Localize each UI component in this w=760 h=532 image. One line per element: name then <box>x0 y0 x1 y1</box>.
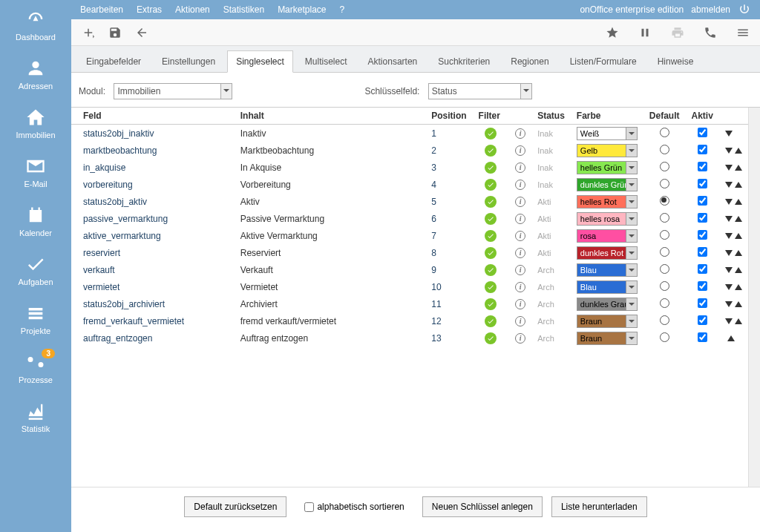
cell-feld[interactable]: aktive_vermarktung <box>71 227 235 244</box>
cell-feld[interactable]: status2obj_archiviert <box>71 295 235 312</box>
cell-feld[interactable]: in_akquise <box>71 159 235 176</box>
pause-icon[interactable] <box>638 26 652 39</box>
topmenu-item[interactable]: Bearbeiten <box>80 4 123 15</box>
tab-aktionsarten[interactable]: Aktionsarten <box>359 50 427 72</box>
move-up-icon[interactable] <box>735 199 742 205</box>
new-key-button[interactable]: Neuen Schlüssel anlegen <box>422 496 543 517</box>
info-icon[interactable]: i <box>515 265 525 275</box>
filter-check-icon[interactable] <box>485 298 497 310</box>
default-radio[interactable] <box>660 145 669 154</box>
move-up-icon[interactable] <box>735 267 742 273</box>
color-select[interactable]: helles rosa <box>577 212 638 226</box>
default-radio[interactable] <box>660 332 669 342</box>
color-select[interactable]: Braun <box>577 332 638 345</box>
phone-icon[interactable] <box>704 26 717 39</box>
info-icon[interactable]: i <box>515 128 525 139</box>
default-radio[interactable] <box>660 230 669 240</box>
color-select[interactable]: rosa <box>577 229 638 243</box>
default-radio[interactable] <box>660 264 669 274</box>
filter-check-icon[interactable] <box>485 264 497 276</box>
sidebar-item-immobilien[interactable]: Immobilien <box>0 98 71 147</box>
move-down-icon[interactable] <box>725 199 733 205</box>
cell-feld[interactable]: status2obj_inaktiv <box>71 125 235 142</box>
info-icon[interactable]: i <box>515 282 525 292</box>
add-icon[interactable] <box>82 26 95 39</box>
active-checkbox[interactable] <box>698 128 707 137</box>
move-down-icon[interactable] <box>725 301 733 307</box>
default-radio[interactable] <box>660 247 669 257</box>
tab-einstellungen[interactable]: Einstellungen <box>153 50 224 72</box>
sidebar-item-projekte[interactable]: Projekte <box>0 294 71 343</box>
move-down-icon[interactable] <box>725 267 733 273</box>
sidebar-item-adressen[interactable]: Adressen <box>0 49 71 98</box>
alpha-sort-checkbox[interactable]: alphabetisch sortieren <box>304 502 404 512</box>
move-up-icon[interactable] <box>735 301 742 307</box>
topmenu-item[interactable]: Aktionen <box>175 4 210 15</box>
tab-suchkriterien[interactable]: Suchkriterien <box>429 50 499 72</box>
module-select[interactable]: Immobilien <box>114 83 232 99</box>
move-up-icon[interactable] <box>735 148 742 154</box>
active-checkbox[interactable] <box>698 315 707 325</box>
default-radio[interactable] <box>660 315 669 325</box>
default-radio[interactable] <box>660 128 669 137</box>
tab-hinweise[interactable]: Hinweise <box>649 50 703 72</box>
color-select[interactable]: Gelb <box>577 144 638 157</box>
save-icon[interactable] <box>108 26 122 39</box>
default-radio[interactable] <box>660 162 669 171</box>
logout-link[interactable]: abmelden <box>691 4 730 15</box>
active-checkbox[interactable] <box>698 230 707 240</box>
info-icon[interactable]: i <box>515 316 525 326</box>
move-up-icon[interactable] <box>735 182 742 188</box>
move-up-icon[interactable] <box>735 233 742 239</box>
active-checkbox[interactable] <box>698 213 707 223</box>
info-icon[interactable]: i <box>515 299 525 309</box>
color-select[interactable]: dunkles Rot <box>577 246 638 260</box>
menu-icon[interactable] <box>736 26 750 39</box>
color-select[interactable]: Blau <box>577 280 638 294</box>
cell-feld[interactable]: status2obj_aktiv <box>71 193 235 210</box>
filter-check-icon[interactable] <box>485 145 497 157</box>
default-radio[interactable] <box>660 179 669 188</box>
move-down-icon[interactable] <box>725 165 733 171</box>
topmenu-item[interactable]: ? <box>340 4 345 15</box>
filter-check-icon[interactable] <box>485 315 497 327</box>
default-radio[interactable] <box>660 213 669 223</box>
filter-check-icon[interactable] <box>485 196 497 208</box>
move-down-icon[interactable] <box>725 148 733 154</box>
active-checkbox[interactable] <box>698 281 707 291</box>
move-up-icon[interactable] <box>735 250 742 256</box>
move-down-icon[interactable] <box>725 216 733 222</box>
reset-default-button[interactable]: Default zurücksetzen <box>184 496 286 517</box>
info-icon[interactable]: i <box>515 231 525 241</box>
info-icon[interactable]: i <box>515 162 525 173</box>
sidebar-item-prozesse[interactable]: Prozesse3 <box>0 343 71 392</box>
move-down-icon[interactable] <box>725 131 733 137</box>
cell-feld[interactable]: verkauft <box>71 261 235 278</box>
tab-multiselect[interactable]: Multiselect <box>296 50 356 72</box>
move-up-icon[interactable] <box>735 165 742 171</box>
power-icon[interactable] <box>738 3 751 16</box>
move-down-icon[interactable] <box>725 284 733 290</box>
back-icon[interactable] <box>135 26 148 39</box>
sidebar-item-aufgaben[interactable]: Aufgaben <box>0 245 71 294</box>
info-icon[interactable]: i <box>515 248 525 258</box>
tab-listen/formulare[interactable]: Listen/Formulare <box>561 50 646 72</box>
cell-feld[interactable]: passive_vermarktung <box>71 210 235 227</box>
default-radio[interactable] <box>660 196 669 206</box>
color-select[interactable]: helles Rot <box>577 195 638 208</box>
filter-check-icon[interactable] <box>485 162 497 174</box>
cell-feld[interactable]: reserviert <box>71 244 235 261</box>
move-up-icon[interactable] <box>735 284 742 290</box>
keyfield-select[interactable]: Status <box>428 83 532 99</box>
move-down-icon[interactable] <box>725 182 733 188</box>
info-icon[interactable]: i <box>515 333 525 344</box>
active-checkbox[interactable] <box>698 298 707 308</box>
color-select[interactable]: Weiß <box>577 127 638 140</box>
info-icon[interactable]: i <box>515 214 525 224</box>
color-select[interactable]: dunkles Grau <box>577 298 638 311</box>
move-up-icon[interactable] <box>727 335 735 341</box>
active-checkbox[interactable] <box>698 162 707 171</box>
active-checkbox[interactable] <box>698 196 707 206</box>
filter-check-icon[interactable] <box>485 128 497 139</box>
filter-check-icon[interactable] <box>485 332 497 344</box>
